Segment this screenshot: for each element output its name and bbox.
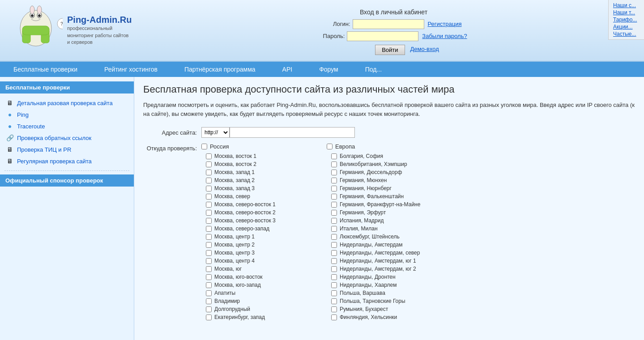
europe-location-item: Нидерланды, Амстердам, юг 1 — [327, 257, 434, 265]
europe-location-label: Великобритания, Хэмпшир — [340, 161, 407, 167]
russia-checkbox-14[interactable] — [206, 266, 212, 272]
russia-checkbox-20[interactable] — [206, 314, 212, 320]
russia-checkbox-8[interactable] — [206, 218, 212, 224]
sidebar-link-detail[interactable]: Детальная разовая проверка сайта — [17, 100, 113, 106]
europe-checkbox-20[interactable] — [331, 314, 337, 320]
sidebar-link-tic[interactable]: Проверка ТИЦ и PR — [17, 146, 71, 153]
nav-free-checks[interactable]: Бесплатные проверки — [0, 62, 91, 77]
russia-location-label: Москва, северо-восток 2 — [214, 209, 276, 216]
europe-checkbox-7[interactable] — [331, 210, 337, 216]
europe-checkbox-15[interactable] — [331, 274, 337, 280]
russia-checkbox-4[interactable] — [206, 186, 212, 191]
sidebar-link-traceroute[interactable]: Traceroute — [17, 123, 45, 130]
russia-checkbox-10[interactable] — [206, 234, 212, 240]
europe-checkbox-10[interactable] — [331, 234, 337, 240]
sidebar-item-detail[interactable]: 🖥 Детальная разовая проверка сайта — [0, 97, 134, 109]
russia-checkbox-16[interactable] — [206, 282, 212, 288]
russia-checkbox-18[interactable] — [206, 298, 212, 304]
svg-rect-10 — [22, 26, 49, 35]
europe-checkbox-19[interactable] — [331, 306, 337, 312]
russia-checkbox-5[interactable] — [206, 194, 212, 200]
europe-checkbox-13[interactable] — [331, 258, 337, 264]
europe-location-label: Польша, Тарновские Горы — [340, 298, 405, 304]
sidebar-link-ping[interactable]: Ping — [17, 111, 29, 118]
europe-label: Европа — [335, 143, 355, 150]
europe-checkbox-9[interactable] — [331, 226, 337, 232]
demo-link[interactable]: Демо-вход — [410, 46, 439, 52]
sidebar-link-regular[interactable]: Регулярная проверка сайта — [17, 158, 92, 165]
europe-checkbox-2[interactable] — [331, 170, 337, 175]
europe-checkbox-6[interactable] — [331, 202, 337, 208]
russia-checkbox-17[interactable] — [206, 290, 212, 296]
russia-location-item: Москва, северо-запад — [201, 225, 309, 233]
europe-checkbox-11[interactable] — [331, 242, 337, 248]
nav-hosting-rating[interactable]: Рейтинг хостингов — [91, 62, 171, 77]
russia-checkbox-13[interactable] — [206, 258, 212, 264]
russia-checkbox-9[interactable] — [206, 226, 212, 232]
nav-partner[interactable]: Партнёрская программа — [171, 62, 269, 77]
nav-api[interactable]: API — [269, 62, 306, 77]
russia-checkbox-19[interactable] — [206, 306, 212, 312]
europe-checkbox-5[interactable] — [331, 194, 337, 200]
password-input[interactable] — [347, 31, 418, 41]
russia-checkbox-all[interactable] — [201, 144, 207, 149]
europe-location-label: Нидерланды, Амстердам, юг 1 — [340, 258, 416, 264]
europe-checkbox-4[interactable] — [331, 186, 337, 191]
sidebar-item-backlinks[interactable]: 🔗 Проверка обратных ссылок — [0, 132, 134, 144]
russia-group: Россия Москва, восток 1Москва, восток 2М… — [201, 143, 309, 321]
russia-location-item: Москва, восток 2 — [201, 160, 309, 168]
right-link-2[interactable]: Наши т... — [613, 9, 640, 16]
russia-checkbox-7[interactable] — [206, 210, 212, 216]
logo-subtitle: профессиональный мониторинг работы сайто… — [67, 25, 130, 46]
europe-checkbox-8[interactable] — [331, 218, 337, 224]
europe-location-label: Нидерланды, Хаарлем — [340, 282, 397, 288]
europe-location-item: Польша, Тарновские Горы — [327, 297, 434, 305]
backlinks-icon: 🔗 — [5, 134, 14, 141]
url-input[interactable] — [230, 127, 355, 138]
russia-checkbox-6[interactable] — [206, 202, 212, 208]
russia-checkbox-2[interactable] — [206, 170, 212, 175]
sidebar-item-traceroute[interactable]: ● Traceroute — [0, 120, 134, 132]
europe-group: Европа Болгария, СофияВеликобритания, Хэ… — [327, 143, 434, 321]
sidebar-item-regular[interactable]: 🖥 Регулярная проверка сайта — [0, 155, 134, 167]
europe-checkbox-16[interactable] — [331, 282, 337, 288]
nav-more[interactable]: Под... — [352, 62, 395, 77]
right-link-3[interactable]: Тарифо... — [613, 17, 640, 23]
sidebar-link-backlinks[interactable]: Проверка обратных ссылок — [17, 135, 91, 141]
navbar: Бесплатные проверки Рейтинг хостингов Па… — [0, 62, 644, 77]
russia-checkbox-1[interactable] — [206, 162, 212, 167]
russia-checkbox-0[interactable] — [206, 153, 212, 159]
nav-forum[interactable]: Форум — [306, 62, 352, 77]
register-link[interactable]: Регистрация — [428, 21, 462, 27]
europe-checkbox-18[interactable] — [331, 298, 337, 304]
europe-location-label: Германия, Фалькенштайн — [340, 193, 404, 200]
right-link-4[interactable]: Акции... — [613, 24, 640, 30]
russia-location-label: Москва, север — [214, 193, 250, 200]
protocol-select[interactable]: http:// https:// — [201, 127, 230, 138]
europe-location-item: Болгария, София — [327, 152, 434, 160]
russia-checkbox-15[interactable] — [206, 274, 212, 280]
russia-checkbox-3[interactable] — [206, 178, 212, 183]
login-input[interactable] — [353, 19, 424, 29]
europe-checkbox-17[interactable] — [331, 290, 337, 296]
forgot-link[interactable]: Забыли пароль? — [422, 33, 467, 39]
russia-location-label: Москва, северо-восток 1 — [214, 201, 276, 208]
europe-checkbox-all[interactable] — [327, 144, 333, 149]
europe-checkbox-12[interactable] — [331, 250, 337, 256]
europe-checkbox-3[interactable] — [331, 178, 337, 183]
right-links: Наши с... Наши т... Тарифо... Акции... Ч… — [608, 0, 644, 40]
right-link-5[interactable]: Частые... — [613, 31, 640, 37]
russia-checkbox-12[interactable] — [206, 250, 212, 256]
russia-location-label: Владимир — [214, 298, 240, 304]
login-button[interactable]: Войти — [375, 45, 405, 55]
europe-checkbox-0[interactable] — [331, 153, 337, 159]
europe-checkbox-14[interactable] — [331, 266, 337, 272]
russia-checkbox-11[interactable] — [206, 242, 212, 248]
sidebar-item-tic[interactable]: 🖥 Проверка ТИЦ и PR — [0, 144, 134, 155]
russia-location-label: Москва, запад 1 — [214, 169, 255, 175]
europe-checkbox-1[interactable] — [331, 162, 337, 167]
sidebar-item-ping[interactable]: ● Ping — [0, 109, 134, 120]
russia-location-item: Москва, запад 2 — [201, 176, 309, 184]
russia-label: Россия — [210, 143, 229, 150]
right-link-1[interactable]: Наши с... — [613, 2, 640, 8]
